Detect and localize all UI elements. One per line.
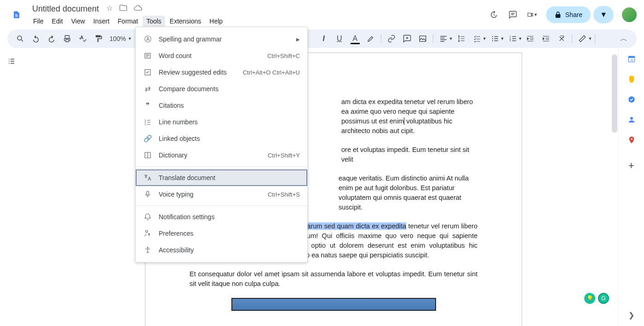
bell-icon bbox=[143, 213, 152, 221]
grammarly-suggestion-icon[interactable]: 💡 bbox=[584, 293, 595, 304]
citations-icon: ❞ bbox=[143, 101, 152, 110]
history-icon[interactable] bbox=[488, 9, 499, 20]
header-actions: ▼ Share ▼ bbox=[488, 6, 637, 23]
menu-preferences[interactable]: Preferences bbox=[136, 225, 307, 242]
hide-panel-icon[interactable]: ❯ bbox=[628, 311, 634, 320]
menu-extensions[interactable]: Extensions bbox=[166, 16, 205, 27]
collapse-toolbar-icon[interactable]: ︿ bbox=[616, 31, 631, 46]
menu-edit[interactable]: Edit bbox=[48, 16, 67, 27]
menu-notifications[interactable]: Notification settings bbox=[136, 209, 307, 225]
menu-review-edits[interactable]: Review suggested edits Ctrl+Alt+O Ctrl+A… bbox=[136, 64, 307, 81]
svg-point-12 bbox=[630, 117, 633, 120]
menu-linked-objects[interactable]: 🔗 Linked objects bbox=[136, 130, 307, 147]
star-icon[interactable]: ☆ bbox=[106, 4, 113, 14]
add-addon-icon[interactable]: + bbox=[627, 161, 636, 170]
svg-point-2 bbox=[492, 36, 493, 37]
indent-icon[interactable] bbox=[539, 31, 553, 46]
meet-icon[interactable]: ▼ bbox=[527, 9, 538, 20]
share-dropdown[interactable]: ▼ bbox=[593, 6, 614, 23]
menu-tools[interactable]: Tools bbox=[143, 16, 165, 27]
menu-word-count[interactable]: Word count Ctrl+Shift+C bbox=[136, 47, 307, 64]
spellcheck-icon: Ⓐ bbox=[143, 35, 152, 44]
menu-insert[interactable]: Insert bbox=[90, 16, 113, 27]
menu-dictionary[interactable]: Dictionary Ctrl+Shift+Y bbox=[136, 147, 307, 163]
document-title[interactable]: Untitled document bbox=[29, 3, 102, 15]
checklist-caret[interactable]: ▼ bbox=[483, 36, 487, 41]
menu-accessibility[interactable]: Accessibility bbox=[136, 242, 307, 258]
embedded-image[interactable] bbox=[231, 298, 436, 311]
line-spacing-icon[interactable] bbox=[454, 31, 469, 46]
share-label: Share bbox=[565, 11, 582, 18]
insert-image-icon[interactable] bbox=[415, 31, 430, 46]
menu-citations[interactable]: ❞ Citations bbox=[136, 97, 307, 114]
toolbar: 100% ▼ I U A ▼ ▼ ▼ 123 ▼ ▼ ︿ bbox=[7, 29, 637, 48]
accessibility-icon bbox=[143, 246, 152, 254]
share-button[interactable]: Share bbox=[546, 6, 591, 23]
menu-view[interactable]: View bbox=[68, 16, 89, 27]
svg-text:31: 31 bbox=[630, 58, 634, 62]
clear-format-icon[interactable] bbox=[554, 31, 569, 46]
dictionary-icon bbox=[143, 151, 152, 159]
menu-format[interactable]: Format bbox=[114, 16, 142, 27]
docs-logo[interactable] bbox=[7, 6, 26, 24]
menu-compare[interactable]: ⇄ Compare documents bbox=[136, 81, 307, 97]
mic-icon bbox=[143, 190, 152, 198]
scrollbar[interactable] bbox=[612, 54, 617, 133]
svg-point-11 bbox=[628, 96, 635, 103]
maps-icon[interactable] bbox=[627, 135, 636, 145]
svg-text:3: 3 bbox=[144, 123, 146, 126]
account-avatar[interactable] bbox=[622, 7, 637, 22]
text-color-icon[interactable]: A bbox=[348, 31, 362, 46]
svg-rect-19 bbox=[147, 191, 149, 195]
print-icon[interactable] bbox=[60, 31, 75, 46]
menubar: File Edit View Insert Format Tools Exten… bbox=[29, 16, 488, 27]
mode-caret[interactable]: ▼ bbox=[588, 36, 592, 41]
compare-icon: ⇄ bbox=[143, 85, 152, 93]
paint-format-icon[interactable] bbox=[91, 31, 106, 46]
add-comment-icon[interactable] bbox=[400, 31, 414, 46]
svg-rect-9 bbox=[628, 56, 635, 58]
keep-icon[interactable] bbox=[627, 75, 636, 84]
side-panel: 31 + ❯ bbox=[618, 48, 644, 326]
document-canvas[interactable]: am dicta ex expedita tenetur vel rerum l… bbox=[23, 48, 644, 326]
tools-dropdown: Ⓐ Spelling and grammar ▶ Word count Ctrl… bbox=[135, 27, 308, 262]
menu-line-numbers[interactable]: 123 Line numbers bbox=[136, 114, 307, 130]
menu-translate[interactable]: Translate document bbox=[136, 169, 307, 186]
menu-help[interactable]: Help bbox=[206, 16, 226, 27]
bold-icon[interactable]: I bbox=[316, 31, 331, 46]
menu-file[interactable]: File bbox=[29, 16, 47, 27]
cloud-status-icon[interactable] bbox=[134, 4, 142, 14]
redo-icon[interactable] bbox=[44, 31, 59, 46]
underline-icon[interactable]: U bbox=[332, 31, 347, 46]
workspace: am dicta ex expedita tenetur vel rerum l… bbox=[0, 48, 644, 326]
left-rail bbox=[0, 48, 23, 326]
menu-spelling-grammar[interactable]: Ⓐ Spelling and grammar ▶ bbox=[136, 31, 307, 47]
svg-point-21 bbox=[147, 247, 149, 248]
svg-text:3: 3 bbox=[509, 39, 511, 42]
highlight-icon[interactable] bbox=[363, 31, 378, 46]
zoom-select[interactable]: 100% ▼ bbox=[107, 35, 135, 42]
align-caret[interactable]: ▼ bbox=[449, 36, 453, 41]
svg-point-4 bbox=[492, 40, 493, 41]
comments-icon[interactable] bbox=[507, 9, 518, 20]
numbered-caret[interactable]: ▼ bbox=[518, 36, 523, 41]
link-icon[interactable] bbox=[384, 31, 399, 46]
menu-voice-typing[interactable]: Voice typing Ctrl+Shift+S bbox=[136, 186, 307, 203]
bullet-caret[interactable]: ▼ bbox=[500, 36, 505, 41]
word-count-icon bbox=[143, 52, 152, 60]
move-icon[interactable] bbox=[119, 4, 127, 14]
app-header: Untitled document ☆ File Edit View Inser… bbox=[0, 0, 644, 29]
outdent-icon[interactable] bbox=[523, 31, 538, 46]
svg-point-13 bbox=[631, 138, 632, 140]
calendar-icon[interactable]: 31 bbox=[627, 54, 636, 64]
grammarly-widget[interactable]: 💡 G bbox=[584, 293, 609, 304]
tasks-icon[interactable] bbox=[627, 95, 636, 104]
paragraph[interactable]: Et consequatur dolor vel amet ipsam sit … bbox=[190, 269, 477, 289]
spellcheck-icon[interactable] bbox=[75, 31, 90, 46]
contacts-icon[interactable] bbox=[627, 115, 636, 124]
undo-icon[interactable] bbox=[29, 31, 43, 46]
preferences-icon bbox=[143, 229, 152, 238]
grammarly-icon[interactable]: G bbox=[598, 293, 609, 304]
search-icon[interactable] bbox=[13, 31, 28, 46]
outline-icon[interactable] bbox=[7, 57, 16, 326]
